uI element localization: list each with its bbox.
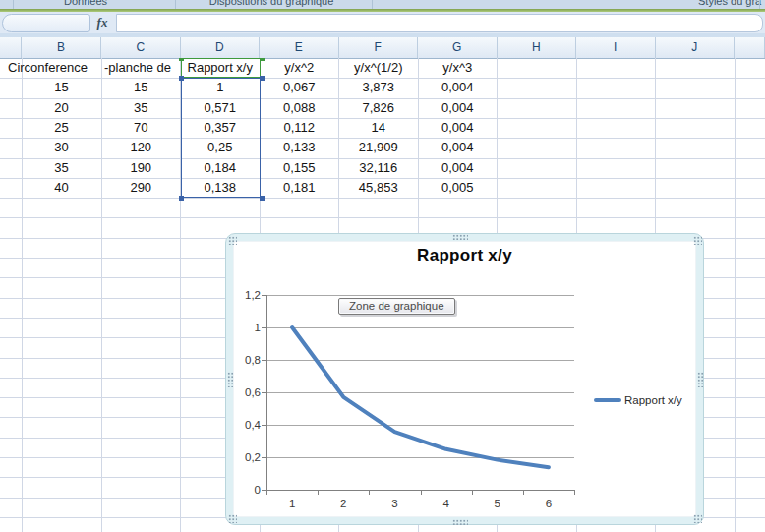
selection-handle[interactable] [179, 196, 184, 201]
selection-handle[interactable] [260, 76, 265, 81]
gridline-vertical [22, 58, 23, 532]
y-axis-tick-label: 0,2 [228, 451, 261, 463]
x-axis-tick-label: 6 [546, 498, 552, 509]
ribbon-separator [759, 0, 760, 9]
cell-F7[interactable]: 45,853 [359, 178, 398, 198]
cell-G2[interactable]: 0,004 [441, 78, 474, 97]
cell-C4[interactable]: 70 [134, 118, 147, 138]
cell-C3[interactable]: 35 [134, 98, 147, 118]
series-values-selection[interactable] [181, 78, 261, 198]
cell-F4[interactable]: 14 [372, 118, 385, 138]
ribbon-separator [372, 0, 373, 9]
column-header-H[interactable]: H [498, 37, 577, 58]
legend-label: Rapport x/y [624, 394, 682, 406]
cell-F1[interactable]: y/x^(1/2) [354, 58, 402, 78]
chart-series-line[interactable] [265, 291, 578, 496]
column-header-partial[interactable] [0, 37, 22, 58]
x-axis-tick-label: 5 [495, 498, 500, 509]
chart-handle-right[interactable] [697, 372, 703, 387]
column-header-F[interactable]: F [339, 37, 419, 58]
name-box[interactable] [2, 14, 90, 32]
y-axis-tick-label: 1 [228, 322, 261, 333]
y-axis-tick-label: 0,4 [228, 419, 261, 431]
chart-handle-top[interactable] [452, 234, 468, 240]
ribbon-separator [13, 0, 14, 9]
cell-G6[interactable]: 0,004 [441, 158, 474, 178]
selection-handle[interactable] [179, 76, 184, 81]
chart-title[interactable]: Rapport x/y [226, 246, 703, 266]
cell-G4[interactable]: 0,004 [441, 118, 474, 138]
gridline-horizontal [0, 217, 765, 218]
column-header-B[interactable]: B [22, 37, 101, 58]
cell-C6[interactable]: 190 [130, 158, 151, 178]
chart-handle-top-right[interactable] [693, 236, 702, 245]
y-axis-tick-label: 1,2 [228, 289, 261, 301]
ribbon-group-styles[interactable]: Styles du gra [698, 0, 761, 7]
selection-handle[interactable] [179, 58, 184, 61]
column-header-G[interactable]: G [418, 37, 498, 58]
cell-C7[interactable]: 290 [130, 178, 151, 198]
cell-G5[interactable]: 0,004 [441, 138, 474, 157]
formula-bar: fx [0, 12, 765, 33]
x-axis-tick-label: 3 [391, 498, 397, 509]
cell-C1[interactable]: -planche de [104, 58, 171, 78]
cell-E4[interactable]: 0,112 [283, 118, 315, 138]
chart-area[interactable]: Rapport x/y 1,210,80,60,40,20123456 Rapp… [225, 233, 704, 525]
ribbon-group-donnees[interactable]: Données [64, 0, 107, 7]
ribbon-group-dispositions[interactable]: Dispositions du graphique [209, 0, 334, 7]
chart-handle-left[interactable] [227, 372, 233, 387]
cell-E1[interactable]: y/x^2 [284, 58, 314, 78]
chart-handle-top-left[interactable] [228, 236, 237, 245]
column-header-E[interactable]: E [260, 37, 339, 58]
cell-C2[interactable]: 15 [134, 78, 147, 97]
cell-F3[interactable]: 7,826 [362, 98, 394, 118]
column-header-I[interactable]: I [576, 37, 656, 58]
cell-B5[interactable]: 30 [54, 138, 68, 157]
selection-handle[interactable] [260, 58, 265, 61]
y-axis-tick-label: 0,6 [228, 386, 261, 398]
cell-E5[interactable]: 0,133 [283, 138, 316, 157]
column-header-C[interactable]: C [101, 37, 181, 58]
cell-G7[interactable]: 0,005 [441, 178, 474, 198]
formula-input[interactable] [116, 14, 763, 32]
cell-F2[interactable]: 3,873 [362, 78, 394, 97]
insert-function-button[interactable]: fx [90, 14, 114, 30]
legend-line-swatch [594, 398, 621, 402]
cell-E2[interactable]: 0,067 [283, 78, 316, 97]
cell-B7[interactable]: 40 [54, 178, 68, 198]
cell-B3[interactable]: 20 [54, 98, 68, 118]
chart-handle-bottom-right[interactable] [693, 514, 702, 523]
cell-F5[interactable]: 21,909 [359, 138, 398, 157]
cell-B2[interactable]: 15 [54, 78, 68, 97]
cell-G3[interactable]: 0,004 [441, 98, 474, 118]
cell-E7[interactable]: 0,181 [283, 178, 316, 198]
cell-G1[interactable]: y/x^3 [442, 58, 472, 78]
chart-handle-bottom-left[interactable] [228, 514, 237, 523]
chart-area-tooltip: Zone de graphique [338, 298, 455, 315]
gridline-horizontal [0, 198, 765, 199]
series-name-selection[interactable] [181, 58, 261, 78]
y-axis-tick-label: 0 [228, 484, 261, 496]
cell-B6[interactable]: 35 [54, 158, 68, 178]
cell-E6[interactable]: 0,155 [283, 158, 316, 178]
cell-F6[interactable]: 32,116 [359, 158, 397, 178]
cell-B1[interactable]: Circonference [8, 58, 88, 78]
y-axis-tick-label: 0,8 [228, 354, 261, 366]
cell-E3[interactable]: 0,088 [283, 98, 316, 118]
chart-legend[interactable]: Rapport x/y [594, 394, 682, 406]
gridline-vertical [735, 58, 736, 532]
ribbon-separator [175, 0, 176, 9]
column-header-J[interactable]: J [656, 37, 736, 58]
column-headers-row: BCDEFGHIJ [0, 37, 765, 59]
gridline-vertical [101, 58, 102, 532]
ribbon-groups-strip: Données Dispositions du graphique Styles… [0, 0, 765, 9]
column-header-partial[interactable] [735, 37, 765, 58]
selection-handle[interactable] [260, 196, 265, 201]
column-header-D[interactable]: D [181, 37, 261, 58]
chart-handle-bottom[interactable] [452, 519, 468, 525]
x-axis-tick-label: 1 [289, 498, 295, 509]
x-axis-tick-label: 2 [340, 498, 346, 509]
cell-B4[interactable]: 25 [54, 118, 68, 138]
cell-C5[interactable]: 120 [130, 138, 151, 157]
x-axis-tick-label: 4 [442, 498, 448, 509]
